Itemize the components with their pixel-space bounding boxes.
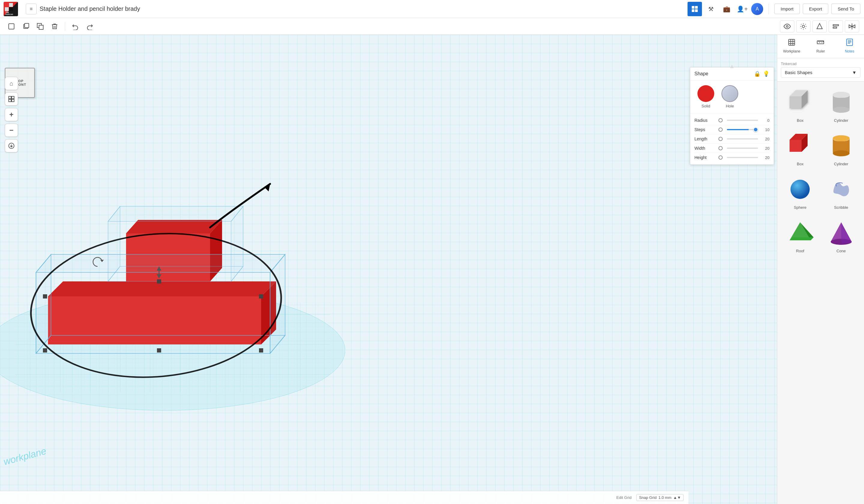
scribble-label: Scribble xyxy=(834,205,848,210)
home-button[interactable]: ⌂ xyxy=(5,77,18,90)
user-avatar[interactable]: A xyxy=(751,3,763,15)
light-button[interactable] xyxy=(796,21,811,33)
topbar: TIN KERCAD ≡ Staple Holder and pencil ho… xyxy=(0,0,864,18)
tab-ruler[interactable]: Ruler xyxy=(806,35,835,58)
bottom-bar: Edit Grid Snap Grid 1.0 mm ▲▼ xyxy=(0,491,688,504)
hole-option[interactable]: Hole xyxy=(721,85,738,108)
add-person-icon[interactable]: 👤+ xyxy=(735,2,749,16)
height-slider[interactable] xyxy=(727,157,758,158)
shape-provider-label: Tinkercad xyxy=(781,62,860,66)
tab-notes[interactable]: Notes xyxy=(835,35,864,58)
svg-rect-2 xyxy=(5,7,9,11)
shape-item-cylinder-grey[interactable]: Cylinder xyxy=(823,86,860,125)
width-slider[interactable] xyxy=(727,148,758,149)
width-row: Width 20 xyxy=(694,144,769,153)
menu-icon[interactable]: ≡ xyxy=(26,4,37,14)
redo-button[interactable] xyxy=(83,20,96,33)
shape-panel: ▲ Shape 🔒 💡 Solid Hole xyxy=(690,67,774,165)
separator xyxy=(65,22,65,31)
align-button[interactable] xyxy=(829,21,843,33)
shape-item-cone-purple[interactable]: Cone xyxy=(823,217,860,256)
shape-item-roof-green[interactable]: Roof xyxy=(782,217,818,256)
cone-label: Cone xyxy=(836,249,846,253)
shape-category-dropdown[interactable]: Basic Shapes ▼ xyxy=(781,67,860,78)
svg-text:TIN: TIN xyxy=(5,11,9,13)
zoom-out-button[interactable]: − xyxy=(5,124,18,137)
hole-label: Hole xyxy=(726,104,734,108)
grid-view-icon[interactable] xyxy=(687,2,702,16)
roof-label: Roof xyxy=(796,249,804,253)
shape-panel-header-icons: 🔒 💡 xyxy=(754,71,769,77)
box-grey-thumb xyxy=(785,89,815,116)
copy-button[interactable] xyxy=(19,20,33,33)
hole-circle xyxy=(721,85,738,102)
pickaxe-icon[interactable]: ⚒ xyxy=(704,2,718,16)
export-button[interactable]: Export xyxy=(803,4,828,14)
shape-picker[interactable] xyxy=(812,21,827,33)
undo-button[interactable] xyxy=(69,20,82,33)
ruler-tab-label: Ruler xyxy=(816,49,825,53)
toolbar-right xyxy=(780,21,859,33)
svg-rect-28 xyxy=(259,348,263,353)
steps-row: Steps 10 xyxy=(694,125,769,134)
snap-grid-control[interactable]: Snap Grid 1.0 mm ▲▼ xyxy=(636,494,684,501)
mirror-button[interactable] xyxy=(845,21,859,33)
fit-button[interactable] xyxy=(5,93,18,106)
lightbulb-icon[interactable]: 💡 xyxy=(763,71,769,77)
snap-grid-value: 1.0 mm xyxy=(658,495,671,500)
sphere-blue-label: Sphere xyxy=(794,205,806,210)
sidebar-top-tabs: Workplane Ruler Notes xyxy=(777,35,864,58)
cylinder-orange-label: Cylinder xyxy=(834,162,848,166)
download-button[interactable] xyxy=(5,139,18,152)
steps-circle-icon[interactable] xyxy=(718,127,723,132)
shape-item-cylinder-orange[interactable]: Cylinder xyxy=(823,130,860,169)
radius-circle-icon[interactable] xyxy=(718,118,723,122)
edit-grid-label[interactable]: Edit Grid xyxy=(616,495,632,500)
tinkercad-logo[interactable]: TIN KERCAD xyxy=(4,2,18,16)
svg-rect-10 xyxy=(9,24,14,29)
notes-tab-label: Notes xyxy=(845,49,854,53)
shape-item-sphere-blue[interactable]: Sphere xyxy=(782,173,818,212)
shape-panel-title: Shape xyxy=(694,71,708,76)
radius-row: Radius 0 xyxy=(694,116,769,125)
viewport[interactable]: ⌂ + − TOP FRONT workplane xyxy=(0,35,777,504)
delete-button[interactable] xyxy=(48,20,61,33)
shape-item-box-grey[interactable]: Box xyxy=(782,86,818,125)
shape-options: Solid Hole xyxy=(690,81,774,113)
view-button[interactable] xyxy=(780,21,794,33)
steps-slider[interactable] xyxy=(727,129,758,130)
duplicate-button[interactable] xyxy=(34,20,47,33)
width-circle-icon[interactable] xyxy=(718,146,723,150)
length-slider[interactable] xyxy=(727,138,758,139)
box-grey-label: Box xyxy=(797,118,803,123)
height-circle-icon[interactable] xyxy=(718,156,723,160)
sphere-blue-thumb xyxy=(785,176,815,203)
svg-point-15 xyxy=(786,25,788,27)
length-value: 20 xyxy=(760,137,769,141)
shape-item-scribble[interactable]: Scribble xyxy=(823,173,860,212)
send-to-button[interactable]: Send To xyxy=(831,4,860,14)
import-button[interactable]: Import xyxy=(774,4,800,14)
svg-text:KERCAD: KERCAD xyxy=(5,13,13,15)
svg-rect-18 xyxy=(833,27,837,28)
svg-rect-8 xyxy=(692,9,694,12)
shape-item-box-red[interactable]: Box xyxy=(782,130,818,169)
height-value: 20 xyxy=(760,156,769,160)
tab-workplane[interactable]: Workplane xyxy=(777,35,806,58)
radius-slider[interactable] xyxy=(727,120,758,121)
chevron-down-icon: ▼ xyxy=(852,70,856,75)
logo-area: TIN KERCAD xyxy=(4,2,18,16)
svg-point-16 xyxy=(802,25,805,28)
length-circle-icon[interactable] xyxy=(718,137,723,141)
length-label: Length xyxy=(694,136,718,141)
lock-icon[interactable]: 🔒 xyxy=(754,71,760,77)
top-right-icons: ⚒ 💼 👤+ A xyxy=(687,2,763,16)
solid-option[interactable]: Solid xyxy=(697,85,714,108)
briefcase-icon[interactable]: 💼 xyxy=(720,2,733,16)
shape-type-selector: Tinkercad Basic Shapes ▼ xyxy=(777,58,864,82)
svg-rect-21 xyxy=(9,99,11,102)
new-button[interactable] xyxy=(5,20,18,33)
zoom-in-button[interactable]: + xyxy=(5,108,18,121)
cylinder-orange-thumb xyxy=(826,132,856,159)
length-row: Length 20 xyxy=(694,134,769,144)
